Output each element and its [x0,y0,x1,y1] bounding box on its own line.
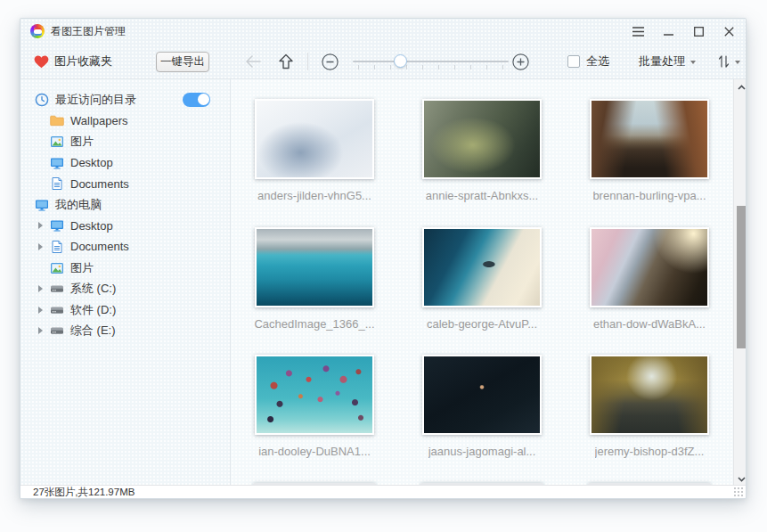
sort-dropdown[interactable] [718,44,740,79]
minimize-icon[interactable] [663,26,674,37]
expand-arrow-icon[interactable] [38,243,43,250]
toolbar-divider [307,53,308,70]
chevron-down-icon [690,61,696,64]
toolbar: 图片收藏夹 一键导出 全选 批量处理 [20,44,746,79]
sidebar-item-drive-c[interactable]: 系统 (C:) [20,278,230,299]
title-bar: 看图王图片管理 [20,19,746,44]
image-item[interactable]: anders-jilden-vhnG5... [231,99,398,227]
computer-icon [35,198,49,212]
image-item[interactable]: caleb-george-AtvuP... [398,227,566,356]
up-folder-icon[interactable] [277,44,295,79]
sidebar-item-wallpapers[interactable]: Wallpapers [20,110,230,132]
image-thumbnail[interactable] [590,227,709,307]
expand-arrow-icon[interactable] [38,327,43,334]
image-item[interactable]: CachedImage_1366_... [231,227,398,356]
image-filename: anders-jilden-vhnG5... [257,189,371,202]
select-all-label: 全选 [586,53,609,70]
image-filename: jeremy-bishop-d3fZ... [595,445,705,458]
drive-icon [50,323,64,338]
image-thumbnail[interactable] [255,227,374,307]
sidebar-item-pictures[interactable]: 图片 [20,131,230,152]
image-item[interactable]: ian-dooley-DuBNA1... [231,355,398,483]
sidebar-item-recent-folders[interactable]: 最近访问的目录 [20,89,230,110]
image-grid: anders-jilden-vhnG5... annie-spratt-Abnk… [231,79,733,487]
resize-grip[interactable] [733,487,743,496]
image-thumbnail[interactable] [255,99,374,179]
sidebar-item-documents[interactable]: Documents [20,236,230,258]
app-logo-icon [30,24,45,38]
sidebar-item-documents-recent[interactable]: Documents [20,173,230,194]
expand-arrow-icon[interactable] [38,222,43,229]
image-filename: annie-spratt-Abnkxs... [426,189,538,202]
recent-folders-toggle[interactable] [183,93,210,107]
maximize-icon[interactable] [693,26,705,37]
expand-arrow-icon[interactable] [38,285,43,292]
image-icon [50,261,64,275]
image-filename: ethan-dow-dWaBkA... [593,317,706,331]
image-thumbnail[interactable] [590,99,709,179]
sidebar-item-desktop-recent[interactable]: Desktop [20,152,230,174]
image-filename: brennan-burling-vpa... [592,189,706,202]
image-item[interactable]: jeremy-bishop-d3fZ... [566,355,733,483]
image-thumbnail[interactable] [422,227,542,307]
expand-arrow-icon[interactable] [38,307,43,314]
app-window: 看图王图片管理 图片收藏夹 一键导出 [20,18,747,499]
image-item[interactable]: jaanus-jagomagi-al... [398,355,566,483]
image-item[interactable]: annie-spratt-Abnkxs... [398,99,566,227]
status-text: 27张图片,共121.97MB [33,486,135,499]
zoom-slider[interactable] [353,44,509,79]
clock-icon [35,93,49,107]
sidebar-item-desktop[interactable]: Desktop [20,216,230,237]
slider-ticks [358,65,504,70]
image-icon [50,135,64,149]
slider-handle[interactable] [394,54,407,68]
sidebar-item-pictures-computer[interactable]: 图片 [20,258,230,279]
vertical-scrollbar[interactable] [733,79,747,487]
batch-process-dropdown[interactable]: 批量处理 [639,44,696,79]
back-icon[interactable] [245,44,262,79]
app-title: 看图王图片管理 [51,24,126,39]
sort-icon [718,54,730,69]
drive-icon [50,303,64,317]
content-area: 最近访问的目录 Wallpapers 图片 Desktop Documents [20,79,747,487]
favorites-label[interactable]: 图片收藏夹 [54,44,112,79]
select-all-checkbox[interactable] [567,55,580,68]
image-item[interactable]: ethan-dow-dWaBkA... [566,227,733,356]
sidebar-item-drive-d[interactable]: 软件 (D:) [20,299,230,321]
drive-icon [50,282,64,296]
zoom-out-icon[interactable] [322,44,339,79]
scrollbar-thumb[interactable] [737,206,746,348]
slider-track[interactable] [353,61,509,62]
heart-icon[interactable] [34,44,49,79]
folder-icon [50,113,64,127]
monitor-icon [50,218,64,233]
menu-icon[interactable] [632,26,644,37]
select-all-control[interactable]: 全选 [567,44,609,79]
batch-process-label: 批量处理 [639,53,685,70]
document-icon [50,240,64,254]
image-thumbnail[interactable] [255,355,374,435]
image-filename: ian-dooley-DuBNA1... [258,445,371,458]
monitor-icon [50,156,64,170]
close-icon[interactable] [723,26,735,37]
chevron-down-icon [735,61,740,64]
image-thumbnail[interactable] [422,99,542,179]
zoom-in-icon[interactable] [512,44,529,79]
scroll-up-icon[interactable] [734,79,747,94]
image-thumbnail[interactable] [422,355,542,435]
image-filename: caleb-george-AtvuP... [427,317,537,331]
export-button[interactable]: 一键导出 [156,52,209,72]
sidebar-item-drive-e[interactable]: 综合 (E:) [20,321,230,342]
image-thumbnail[interactable] [590,355,709,435]
image-item[interactable]: brennan-burling-vpa... [566,99,733,227]
status-bar: 27张图片,共121.97MB [20,485,746,498]
image-filename: CachedImage_1366_... [254,317,374,331]
sidebar-item-my-computer[interactable]: 我的电脑 [20,194,230,216]
image-filename: jaanus-jagomagi-al... [428,445,536,458]
document-icon [50,176,64,191]
folder-tree-sidebar: 最近访问的目录 Wallpapers 图片 Desktop Documents [20,79,231,487]
